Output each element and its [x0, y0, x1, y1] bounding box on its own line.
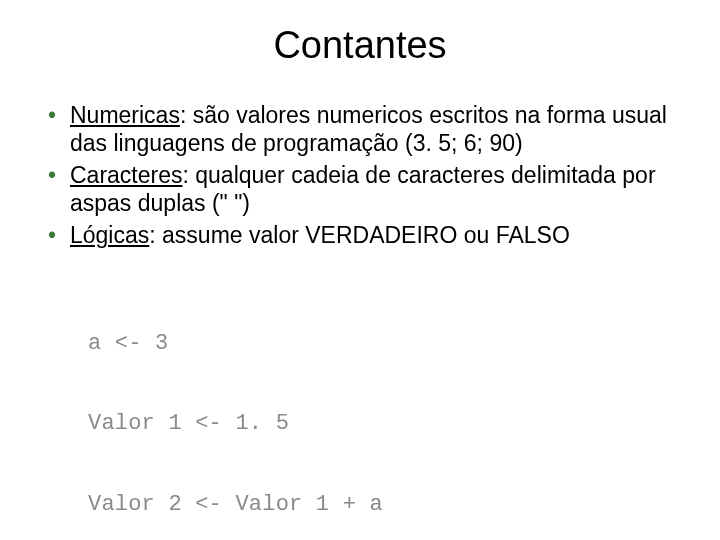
bullet-sep: :: [149, 222, 162, 248]
bullet-term: Lógicas: [70, 222, 149, 248]
code-line: Valor 2 <- Valor 1 + a: [88, 492, 720, 519]
bullet-term: Caracteres: [70, 162, 182, 188]
bullet-sep: :: [182, 162, 195, 188]
bullet-term: Numericas: [70, 102, 180, 128]
bullet-sep: :: [180, 102, 193, 128]
code-line: a <- 3: [88, 331, 720, 358]
bullet-text: assume valor VERDADEIRO ou FALSO: [162, 222, 570, 248]
code-line: Valor 1 <- 1. 5: [88, 411, 720, 438]
code-block: a <- 3 Valor 1 <- 1. 5 Valor 2 <- Valor …: [88, 277, 720, 540]
bullet-item-numericas: Numericas: são valores numericos escrito…: [48, 101, 680, 157]
bullet-item-caracteres: Caracteres: qualquer cadeia de caractere…: [48, 161, 680, 217]
bullet-list: Numericas: são valores numericos escrito…: [48, 101, 680, 249]
bullet-item-logicas: Lógicas: assume valor VERDADEIRO ou FALS…: [48, 221, 680, 249]
slide-title: Contantes: [0, 24, 720, 67]
slide: Contantes Numericas: são valores numeric…: [0, 0, 720, 540]
